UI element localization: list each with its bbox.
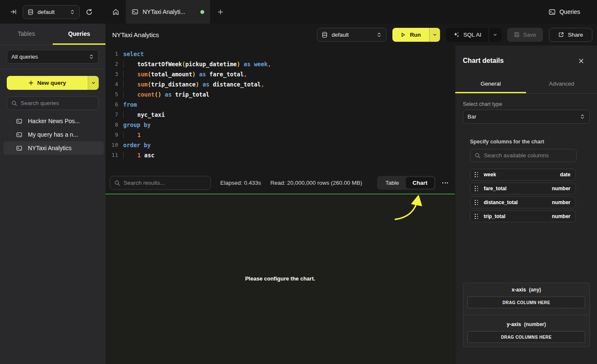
column-row[interactable]: fare_totalnumber (470, 183, 576, 194)
sidebar-collapse-button[interactable] (10, 8, 17, 15)
sidebar-divider (0, 69, 105, 69)
sql-ai-button[interactable]: SQL AI (446, 28, 501, 42)
close-icon (578, 58, 584, 64)
chevron-updown-icon (89, 54, 94, 59)
run-database-selector[interactable]: default (317, 28, 386, 42)
database-selector-value: default (38, 9, 66, 15)
results-search (110, 176, 211, 190)
tab-queries-label: Queries (68, 30, 90, 37)
tab-tables[interactable]: Tables (0, 24, 53, 45)
chevron-down-icon (493, 32, 497, 37)
save-button-label: Save (523, 32, 536, 38)
query-search-input[interactable] (21, 100, 95, 106)
tab-title: NYTaxi Analyti... (143, 8, 185, 15)
curved-arrow-annotation (392, 195, 423, 221)
code-line: nyc_taxi (123, 110, 455, 120)
database-selector[interactable]: default (23, 5, 80, 19)
columns-search-input[interactable] (484, 152, 572, 159)
new-query-split-button: New query (7, 76, 99, 90)
chart-type-value: Bar (467, 113, 576, 120)
results-search-input[interactable] (124, 180, 206, 186)
drag-handle-icon[interactable] (475, 214, 478, 219)
drag-handle-icon[interactable] (475, 186, 478, 191)
table-view-button[interactable]: Table (378, 177, 405, 189)
y-axis-section: y-axis (number) DRAG COLUMNS HERE (463, 315, 589, 347)
new-query-button[interactable]: New query (7, 76, 88, 90)
line-number: 11 (105, 150, 118, 160)
new-query-label: New query (37, 80, 66, 86)
database-icon (321, 32, 328, 38)
tab-advanced[interactable]: Advanced (526, 75, 597, 93)
query-list-item[interactable]: NYTaxi Analytics (3, 141, 104, 155)
query-item-label: Hacker News Pos... (28, 118, 80, 124)
queries-button-label: Queries (559, 8, 580, 15)
panel-header: Chart details (455, 46, 597, 75)
tab-nytaxi-analytics[interactable]: NYTaxi Analyti... (126, 0, 210, 24)
drag-handle-icon[interactable] (475, 172, 478, 178)
y-axis-dropzone[interactable]: DRAG COLUMNS HERE (467, 331, 585, 343)
run-button[interactable]: Run (392, 28, 429, 42)
code-line: select (123, 49, 455, 59)
chart-type-label: Select chart type (463, 101, 589, 107)
line-number: 4 (105, 79, 118, 89)
unsaved-changes-dot (200, 10, 204, 14)
query-filter-select[interactable]: All queries (7, 50, 99, 64)
save-button[interactable]: Save (507, 28, 543, 42)
column-type: number (552, 200, 570, 205)
queries-button[interactable]: Queries (548, 8, 580, 16)
y-axis-label: y-axis (507, 321, 521, 327)
sql-editor[interactable]: 1234567891011 select toStartOfWeek(picku… (105, 46, 455, 172)
database-icon (27, 9, 34, 15)
chart-type-select[interactable]: Bar (463, 110, 590, 124)
plus-icon (28, 80, 34, 86)
x-axis-dropzone[interactable]: DRAG COLUMN HERE (467, 297, 585, 308)
tab-general[interactable]: General (455, 75, 526, 93)
drag-handle-icon[interactable] (475, 200, 478, 205)
query-icon (16, 145, 22, 151)
column-row[interactable]: weekdate (470, 169, 576, 181)
column-row[interactable]: trip_totalnumber (470, 210, 576, 222)
close-panel-button[interactable] (578, 58, 584, 64)
y-axis-constraint: (number) (524, 321, 546, 327)
y-axis-header: y-axis (number) (463, 315, 589, 327)
share-button[interactable]: Share (549, 28, 592, 42)
topbar-right: Queries (548, 8, 597, 16)
chart-details-panel: Chart details General Advanced Select ch… (455, 46, 597, 364)
line-number: 1 (105, 49, 118, 59)
new-query-dropdown-button[interactable] (88, 76, 99, 90)
chevron-down-icon (432, 32, 437, 37)
sidebar: Tables Queries All queries New query Hac… (0, 24, 105, 364)
home-button[interactable] (105, 0, 126, 24)
column-row[interactable]: distance_totalnumber (470, 197, 576, 208)
new-tab-button[interactable] (210, 0, 230, 24)
column-type: date (560, 172, 570, 178)
query-icon (132, 8, 138, 15)
query-list-item[interactable]: My query has a n... (3, 128, 104, 141)
columns-list: weekdatefare_totalnumberdistance_totalnu… (470, 169, 576, 222)
code-lines: select toStartOfWeek(pickup_datetime) as… (118, 49, 455, 172)
more-options-button[interactable] (441, 180, 449, 186)
refresh-button[interactable] (86, 8, 93, 16)
column-name: fare_total (484, 186, 507, 191)
query-icon (16, 132, 22, 138)
sql-ai-dropdown[interactable] (489, 28, 501, 42)
x-axis-label: x-axis (512, 287, 526, 293)
query-header: NYTaxi Analytics default Run SQL AI S (105, 24, 597, 46)
refresh-icon (86, 8, 93, 16)
chart-view-button[interactable]: Chart (406, 177, 434, 189)
view-toggle: Table Chart (377, 176, 435, 190)
query-icon (16, 118, 22, 124)
run-options-button[interactable] (429, 28, 440, 42)
code-line: 1 asc (123, 150, 455, 160)
search-icon (114, 180, 120, 186)
ellipsis-icon (442, 182, 448, 183)
code-line: group by (123, 120, 455, 130)
tab-queries[interactable]: Queries (53, 24, 105, 45)
query-list: Hacker News Pos...My query has a n...NYT… (0, 114, 105, 155)
x-axis-constraint: (any) (529, 287, 541, 293)
query-icon (548, 8, 556, 16)
elapsed-time: Elapsed: 0.433s (220, 180, 261, 186)
line-number: 5 (105, 89, 118, 100)
query-list-item[interactable]: Hacker News Pos... (3, 114, 104, 128)
columns-section-label: Specify columns for the chart (470, 139, 589, 145)
